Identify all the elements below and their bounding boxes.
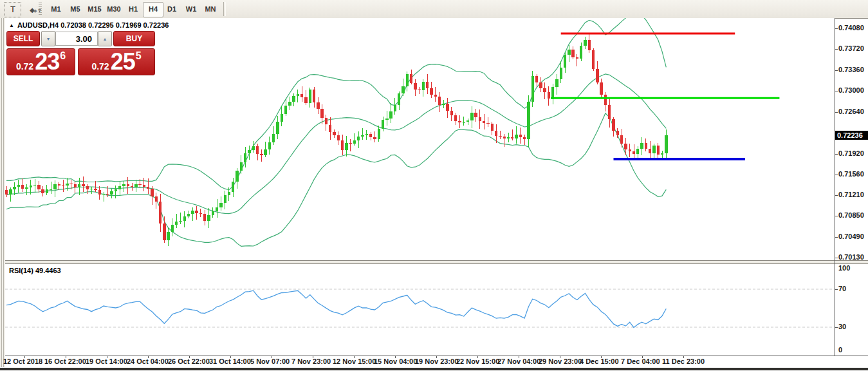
candle-body [369, 134, 372, 137]
time-axis-label: 11 Dec 23:00 [662, 357, 705, 365]
candle-body [232, 182, 234, 192]
timeframe-button-w1[interactable]: W1 [181, 2, 201, 16]
candle-body [446, 104, 448, 111]
candle-body [571, 50, 574, 57]
candle-body [486, 123, 489, 124]
timeframe-button-m1[interactable]: M1 [46, 2, 66, 16]
buy-button[interactable]: BUY [113, 31, 155, 46]
candle-body [53, 184, 56, 189]
panel-divider[interactable] [5, 260, 868, 264]
candle-body [163, 224, 165, 240]
timeframe-button-m30[interactable]: M30 [104, 2, 124, 16]
candle-body [442, 104, 445, 104]
bollinger-lower-line [6, 113, 666, 246]
toolbar-grip[interactable] [39, 3, 42, 15]
candle-body [313, 90, 315, 102]
timeframe-button-mn[interactable]: MN [201, 2, 220, 16]
candle-body [147, 187, 149, 189]
candle-body [527, 102, 530, 140]
toolbar: T ◆◆▾ M1M5M15M30H1H4D1W1MN [0, 0, 868, 19]
volume-decrease-button[interactable]: ▾ [41, 31, 55, 46]
candle-body [110, 191, 113, 195]
candle-body [13, 187, 15, 189]
timeframe-button-d1[interactable]: D1 [162, 2, 181, 16]
candle-body [50, 189, 52, 190]
buy-price-sup: 5 [136, 50, 142, 62]
candle-body [183, 216, 186, 221]
candle-body [410, 74, 412, 82]
axis-border [835, 18, 835, 356]
candle-body [543, 88, 546, 92]
candle-body [394, 105, 396, 111]
time-axis-label: 26 Oct 22:00 [168, 357, 210, 365]
candle-body [288, 102, 291, 106]
time-axis-label: 19 Oct 14:00 [86, 357, 127, 365]
candle-body [491, 124, 494, 131]
candle-body [276, 122, 279, 134]
candle-body [515, 135, 517, 138]
toolbar-separator [223, 2, 226, 16]
buy-price-button[interactable]: 0.72 25 5 [78, 48, 155, 75]
candle-body [304, 97, 307, 103]
time-axis-label: 29 Nov 23:00 [539, 357, 582, 365]
price-axis-label: 0.73360 [838, 66, 868, 73]
current-price-tag: 0.72236 [835, 131, 868, 140]
time-axis-label: 16 Oct 22:00 [44, 357, 86, 365]
candle-body [564, 55, 566, 68]
drawing-tool-button[interactable]: ◆◆▾ [24, 2, 46, 16]
candle-body [9, 189, 12, 195]
candle-body [378, 129, 380, 139]
candle-body [309, 90, 311, 103]
candle-body [382, 120, 384, 129]
candle-body [86, 186, 89, 189]
candle-body [106, 194, 109, 195]
sell-price-prefix: 0.72 [16, 61, 33, 71]
candle-body [361, 135, 364, 137]
candle-body [320, 109, 323, 118]
timeframe-button-h4[interactable]: H4 [143, 2, 163, 17]
timeframe-button-h1[interactable]: H1 [124, 2, 143, 16]
candle-body [5, 190, 8, 194]
price-axis-label: 0.74080 [838, 24, 868, 32]
timeframe-button-m5[interactable]: M5 [66, 2, 85, 16]
candle-body [127, 184, 129, 186]
candle-body [21, 185, 24, 189]
time-axis-label: 7 Dec 04:00 [621, 357, 660, 365]
candle-body [385, 119, 388, 120]
candle-body [636, 149, 639, 155]
candle-body [661, 153, 663, 155]
candle-body [620, 135, 623, 144]
candle-body [568, 50, 570, 55]
time-axis-label: 12 Nov 15:00 [333, 357, 376, 365]
candle-body [235, 171, 238, 182]
candle-body [66, 184, 68, 186]
candle-body [418, 90, 420, 90]
diamond-icon: ◆ [33, 8, 37, 13]
candle-body [138, 184, 141, 185]
price-axis-label: 0.71920 [838, 149, 868, 157]
collapse-arrow-icon[interactable]: ▲ [9, 23, 14, 28]
sell-button[interactable]: SELL [6, 31, 40, 46]
sell-price-button[interactable]: 0.72 23 6 [6, 48, 75, 75]
rsi-chart[interactable] [5, 264, 835, 356]
candle-body [657, 146, 660, 155]
candle-body [470, 113, 473, 120]
window-left-border [0, 18, 5, 371]
volume-input[interactable] [55, 32, 98, 46]
candle-body [479, 117, 481, 121]
candle-body [199, 213, 202, 214]
candle-body [430, 88, 432, 95]
timeframe-button-m15[interactable]: M15 [85, 2, 104, 16]
candle-body [115, 189, 117, 191]
candle-body [272, 134, 275, 142]
candle-body [151, 189, 153, 196]
candle-body [216, 207, 218, 211]
text-tool-button[interactable]: T [5, 2, 21, 17]
volume-increase-button[interactable]: ▴ [98, 31, 112, 46]
candle-body [580, 46, 582, 59]
sell-price-big: 23 [35, 48, 59, 75]
candle-body [337, 135, 340, 140]
candle-body [608, 105, 611, 119]
candle-body [224, 195, 226, 203]
candle-body [78, 184, 80, 187]
